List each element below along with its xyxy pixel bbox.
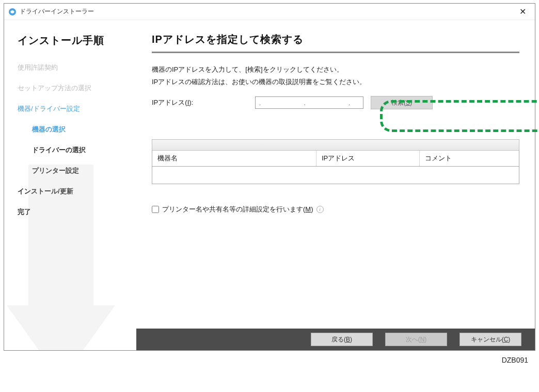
step-license: 使用許諾契約	[18, 63, 136, 72]
cancel-button[interactable]: キャンセル(C)	[459, 333, 521, 346]
window-title: ドライバーインストーラー	[20, 7, 514, 16]
page-title: IPアドレスを指定して検索する	[152, 32, 519, 46]
main-panel: IPアドレスを指定して検索する 機器のIPアドレスを入力して、[検索]をクリック…	[136, 20, 535, 350]
info-icon[interactable]: i	[316, 206, 324, 213]
ip-row: IPアドレス(I): 検索(S)	[152, 96, 519, 109]
advanced-settings-checkbox[interactable]	[152, 206, 159, 213]
installer-window: ドライバーインストーラー ✕ インストール手順 使用許諾契約 セットアップ方法の…	[4, 3, 535, 351]
advanced-row: プリンター名や共有名等の詳細設定を行います(M) i	[152, 205, 519, 214]
col-ip-address[interactable]: IPアドレス	[316, 151, 420, 166]
list-columns: 機器名 IPアドレス コメント	[152, 151, 519, 167]
footer: 戻る(B) 次へ(N) キャンセル(C)	[136, 329, 535, 350]
col-comment[interactable]: コメント	[420, 151, 519, 166]
step-setup-method: セットアップ方法の選択	[18, 84, 136, 93]
sidebar-title: インストール手順	[18, 34, 136, 47]
list-body[interactable]	[152, 167, 519, 184]
title-divider	[152, 52, 519, 53]
titlebar: ドライバーインストーラー ✕	[4, 4, 535, 20]
body: インストール手順 使用許諾契約 セットアップ方法の選択 機器/ドライバー設定 機…	[4, 20, 535, 350]
list-toolbar	[152, 139, 519, 151]
substep-device-select: 機器の選択	[32, 125, 136, 134]
ip-address-input[interactable]	[255, 96, 363, 109]
next-button[interactable]: 次へ(N)	[385, 333, 447, 346]
figure-code: DZB091	[4, 351, 535, 364]
ip-address-label: IPアドレス(I):	[152, 98, 255, 107]
decorative-arrow-icon	[4, 165, 136, 350]
description-line-2: IPアドレスの確認方法は、お使いの機器の取扱説明書をご覧ください。	[152, 77, 519, 87]
device-list: 機器名 IPアドレス コメント	[152, 139, 519, 184]
advanced-settings-label: プリンター名や共有名等の詳細設定を行います(M)	[162, 205, 313, 214]
app-icon	[8, 8, 17, 16]
search-button[interactable]: 検索(S)	[371, 96, 433, 109]
sidebar: インストール手順 使用許諾契約 セットアップ方法の選択 機器/ドライバー設定 機…	[4, 20, 136, 350]
back-button[interactable]: 戻る(B)	[311, 333, 373, 346]
close-icon[interactable]: ✕	[514, 7, 531, 17]
substep-driver-select: ドライバーの選択	[32, 145, 136, 155]
description-line-1: 機器のIPアドレスを入力して、[検索]をクリックしてください。	[152, 64, 519, 75]
col-device-name[interactable]: 機器名	[152, 151, 316, 166]
step-device-driver-settings: 機器/ドライバー設定	[18, 104, 136, 113]
